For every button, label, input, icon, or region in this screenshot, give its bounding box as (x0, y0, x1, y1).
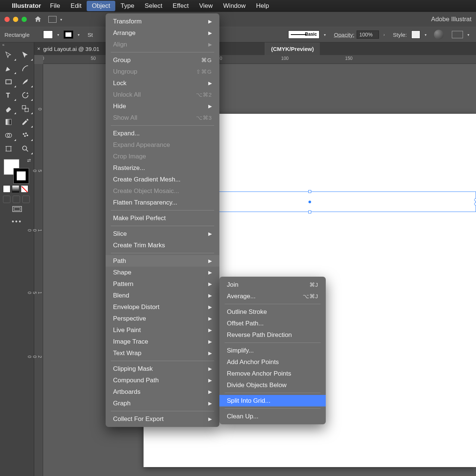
menu-item-average[interactable]: Average...⌥⌘J (219, 290, 326, 302)
menu-item-create-trim-marks[interactable]: Create Trim Marks (106, 239, 219, 251)
vertical-ruler[interactable]: 0 5 0 1 0 0 1 5 0 2 0 0 (34, 64, 43, 476)
gradient-tool-icon[interactable] (0, 115, 17, 129)
menu-item-slice[interactable]: Slice▶ (106, 228, 219, 239)
minimize-window-icon[interactable] (13, 17, 18, 22)
menu-view[interactable]: View (194, 1, 218, 11)
chevron-down-icon[interactable]: ▾ (322, 33, 328, 37)
menu-item-clean-up[interactable]: Clean Up... (219, 411, 326, 422)
rotate-tool-icon[interactable] (17, 89, 34, 102)
menu-help[interactable]: Help (251, 1, 274, 11)
draw-inside-icon[interactable] (22, 196, 30, 203)
artboard-tool-icon[interactable] (0, 142, 17, 155)
chevron-down-icon[interactable]: ▾ (465, 33, 472, 37)
selection-handle[interactable] (308, 210, 311, 213)
menu-item-text-wrap[interactable]: Text Wrap▶ (106, 347, 219, 359)
menu-item-join[interactable]: Join⌘J (219, 279, 326, 290)
menu-item-shape[interactable]: Shape▶ (106, 267, 219, 278)
chevron-down-icon[interactable]: ▾ (75, 33, 82, 37)
menu-item-image-trace[interactable]: Image Trace▶ (106, 336, 219, 347)
pen-tool-icon[interactable] (0, 62, 17, 75)
window-traffic-lights[interactable] (4, 17, 27, 22)
menu-item-compound-path[interactable]: Compound Path▶ (106, 374, 219, 386)
menu-item-divide-objects-below[interactable]: Divide Objects Below (219, 379, 326, 391)
menu-item-expand[interactable]: Expand... (106, 128, 219, 139)
zoom-tool-icon[interactable] (17, 142, 34, 155)
stroke-indicator[interactable] (13, 168, 29, 184)
scale-tool-icon[interactable] (17, 102, 34, 115)
arrange-docs-icon[interactable] (48, 16, 57, 23)
chevron-right-icon[interactable]: › (381, 33, 387, 37)
menu-item-remove-anchor-points[interactable]: Remove Anchor Points (219, 368, 326, 379)
menu-object[interactable]: Object (87, 1, 115, 11)
screen-mode-icon[interactable] (0, 205, 34, 215)
gradient-mode-icon[interactable] (12, 185, 19, 193)
paintbrush-tool-icon[interactable] (17, 75, 34, 89)
close-window-icon[interactable] (4, 17, 10, 22)
home-icon[interactable] (33, 14, 43, 25)
menu-item-arrange[interactable]: Arrange▶ (106, 27, 219, 39)
symbol-sprayer-tool-icon[interactable] (17, 129, 34, 142)
menu-item-envelope-distort[interactable]: Envelope Distort▶ (106, 301, 219, 313)
menu-item-simplify[interactable]: Simplify... (219, 345, 326, 356)
menu-item-graph[interactable]: Graph▶ (106, 398, 219, 409)
brush-definition[interactable]: Basic (288, 30, 319, 39)
menu-item-rasterize[interactable]: Rasterize... (106, 162, 219, 174)
type-tool-icon[interactable]: T (0, 89, 17, 102)
curvature-tool-icon[interactable] (17, 62, 34, 75)
menu-item-make-pixel-perfect[interactable]: Make Pixel Perfect (106, 212, 219, 224)
menu-edit[interactable]: Edit (65, 1, 87, 11)
zoom-window-icon[interactable] (22, 17, 27, 22)
shape-builder-tool-icon[interactable] (0, 129, 17, 142)
menu-item-create-gradient-mesh[interactable]: Create Gradient Mesh... (106, 174, 219, 185)
menu-select[interactable]: Select (139, 1, 167, 11)
selection-handle[interactable] (308, 190, 311, 193)
menu-item-split-into-grid[interactable]: Split Into Grid... (219, 395, 326, 406)
fill-swatch[interactable] (43, 30, 53, 39)
fill-stroke-indicator[interactable]: ⇄ (0, 157, 34, 184)
selection-tool-icon[interactable] (0, 48, 17, 62)
menu-item-outline-stroke[interactable]: Outline Stroke (219, 306, 326, 318)
menu-item-live-paint[interactable]: Live Paint▶ (106, 324, 219, 336)
menu-item-artboards[interactable]: Artboards▶ (106, 386, 219, 398)
style-swatch[interactable] (411, 30, 420, 39)
panel-collapse-icon[interactable]: « (0, 42, 34, 48)
menu-type[interactable]: Type (115, 1, 139, 11)
tab-close-icon[interactable]: × (37, 46, 40, 52)
menu-item-flatten-transparency[interactable]: Flatten Transparency... (106, 197, 219, 208)
menu-item-reverse-path-direction[interactable]: Reverse Path Direction (219, 329, 326, 341)
draw-behind-icon[interactable] (13, 196, 20, 203)
selection-center[interactable] (309, 200, 311, 203)
menu-item-pattern[interactable]: Pattern▶ (106, 278, 219, 290)
menu-item-path[interactable]: Path▶ (106, 255, 219, 267)
menu-file[interactable]: File (45, 1, 65, 11)
menu-item-offset-path[interactable]: Offset Path... (219, 318, 326, 329)
draw-normal-icon[interactable] (3, 196, 10, 203)
swap-fill-stroke-icon[interactable]: ⇄ (27, 158, 31, 163)
chevron-down-icon[interactable]: ▾ (58, 17, 64, 22)
color-mode-icon[interactable] (3, 185, 10, 193)
menu-item-lock[interactable]: Lock▶ (106, 77, 219, 89)
chevron-down-icon[interactable]: ▾ (422, 33, 429, 37)
chevron-down-icon[interactable]: ▾ (55, 33, 61, 37)
doc-setup-icon[interactable] (452, 31, 463, 38)
eraser-tool-icon[interactable] (0, 102, 17, 115)
menu-item-collect-for-export[interactable]: Collect For Export▶ (106, 413, 219, 425)
opacity-label[interactable]: Opacity: (334, 32, 354, 38)
none-mode-icon[interactable] (21, 185, 28, 193)
menu-item-perspective[interactable]: Perspective▶ (106, 313, 219, 324)
opacity-input[interactable]: 100% (357, 30, 379, 39)
menu-item-add-anchor-points[interactable]: Add Anchor Points (219, 356, 326, 368)
menu-item-group[interactable]: Group⌘G (106, 54, 219, 66)
menu-item-blend[interactable]: Blend▶ (106, 290, 219, 301)
menu-effect[interactable]: Effect (167, 1, 194, 11)
eyedropper-tool-icon[interactable] (17, 115, 34, 129)
document-tab-label[interactable]: grid Layout.ai @ 39.01 (43, 46, 99, 52)
rectangle-tool-icon[interactable] (0, 75, 17, 89)
direct-selection-tool-icon[interactable] (17, 48, 34, 62)
recolor-icon[interactable] (434, 30, 444, 39)
menu-item-clipping-mask[interactable]: Clipping Mask▶ (106, 363, 219, 374)
app-name[interactable]: Illustrator (12, 2, 41, 10)
menu-window[interactable]: Window (218, 1, 251, 11)
stroke-swatch[interactable] (64, 30, 73, 39)
menu-item-hide[interactable]: Hide▶ (106, 100, 219, 112)
